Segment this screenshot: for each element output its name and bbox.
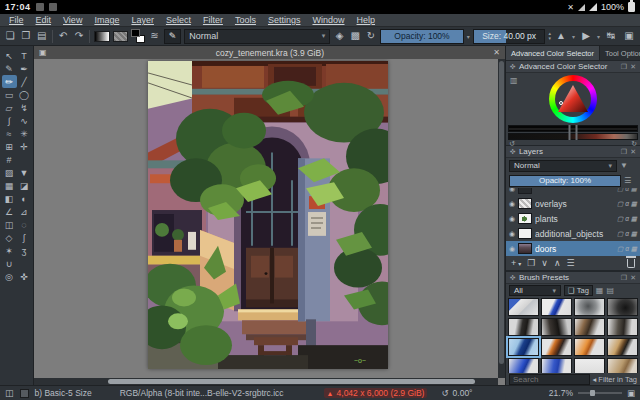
tool-fill[interactable]: ◧ [2, 192, 17, 205]
tool-measure[interactable]: ⊿ [17, 205, 32, 218]
filter-in-tag-toggle[interactable]: ◂ Filter in Tag [593, 375, 637, 384]
chevron-down-icon[interactable]: ▾ [572, 33, 575, 40]
shade-strip[interactable] [508, 125, 638, 132]
tool-dynamic-brush[interactable]: ≈ [2, 127, 17, 140]
preset-blender[interactable] [574, 358, 605, 373]
pin-icon[interactable]: ✜ [510, 63, 516, 71]
float-docker-icon[interactable]: ❐ [621, 148, 627, 156]
layer-properties-button[interactable]: ☰ [567, 258, 575, 268]
canvas-viewport[interactable]: ~o~ [34, 59, 505, 385]
close-docker-icon[interactable]: ✕ [630, 148, 636, 156]
tool-zoom[interactable]: ◎ [2, 270, 17, 283]
show-dockers-button[interactable]: ▣ [622, 28, 636, 44]
layer-options-icon[interactable]: ☰ [624, 176, 631, 185]
foreground-background-colors[interactable] [131, 29, 145, 43]
mirror-horizontal-button[interactable]: ▲ [554, 28, 568, 44]
preset-airbrush-soft[interactable] [574, 298, 605, 316]
tool-elliptical-selection[interactable]: ◌ [17, 218, 32, 231]
tool-pan[interactable]: ✜ [17, 270, 32, 283]
layer-opacity-slider[interactable]: Opacity: 100% [509, 175, 621, 187]
blending-mode-dropdown[interactable]: Normal ▾ [184, 29, 330, 44]
preset-pen-blue-2[interactable] [508, 358, 539, 373]
menu-item[interactable]: View [58, 15, 87, 25]
layer-row-additional-objects[interactable]: ◉ additional_objects ▢α▦ [506, 226, 640, 241]
tool-magnetic-selection[interactable]: ∪ [2, 257, 17, 270]
reload-preset-button[interactable]: ↻ [365, 28, 378, 44]
preset-bristles-wet[interactable] [574, 318, 605, 336]
history-right-icon[interactable]: ↻ [631, 140, 637, 148]
color-selector-settings-icon[interactable]: ▥ [510, 76, 518, 85]
eraser-mode-button[interactable]: ◈ [333, 28, 346, 44]
layer-row-doors[interactable]: ◉ doors ▢α▦ [506, 241, 640, 256]
tool-select-shapes[interactable]: ↖ [2, 49, 17, 62]
shade-selector[interactable] [508, 125, 638, 140]
tool-text[interactable]: T [17, 49, 32, 62]
tool-edit-shapes[interactable]: ✎ [2, 62, 17, 75]
menu-item[interactable]: Settings [263, 15, 306, 25]
tool-polygon[interactable]: ▱ [2, 101, 17, 114]
undo-button[interactable]: ↶ [57, 28, 70, 44]
move-layer-up-button[interactable]: ∧ [554, 258, 561, 268]
tool-calligraphy[interactable]: ✒ [17, 62, 32, 75]
tab-advanced-color-selector[interactable]: Advanced Color Selector [506, 46, 600, 60]
menu-item[interactable]: Layer [126, 15, 159, 25]
visibility-eye-icon[interactable]: ◉ [509, 215, 515, 223]
menu-item[interactable]: Select [161, 15, 196, 25]
menu-item[interactable]: Filter [198, 15, 228, 25]
preset-eraser-soft[interactable] [508, 298, 539, 316]
add-layer-caret[interactable]: ▾ [518, 260, 521, 267]
tool-ellipse[interactable]: ◯ [17, 88, 32, 101]
tool-freehand-selection[interactable]: ʃ [17, 231, 32, 244]
layer-blend-mode-dropdown[interactable]: Normal ▾ [509, 160, 617, 172]
painting-canvas[interactable]: ~o~ [148, 61, 388, 369]
move-layer-down-button[interactable]: ∨ [541, 258, 548, 268]
tab-tool-options[interactable]: Tool Options [600, 46, 640, 60]
zoom-fit-icon[interactable]: ▣ [627, 388, 635, 398]
pin-icon[interactable]: ✜ [510, 148, 516, 156]
brush-search-input[interactable] [509, 374, 590, 385]
preset-pen-blue-3[interactable] [541, 358, 572, 373]
rotation-reset-icon[interactable]: ↺ [441, 388, 448, 398]
menu-item[interactable]: Window [307, 15, 349, 25]
zoom-slider[interactable] [578, 392, 622, 394]
float-docker-icon[interactable]: ❐ [621, 63, 627, 71]
delete-layer-button[interactable] [627, 259, 635, 268]
duplicate-layer-button[interactable]: ❐ [527, 258, 535, 268]
preset-charcoal-rock[interactable] [508, 318, 539, 336]
tool-polyline[interactable]: ↯ [17, 101, 32, 114]
tool-bezier-selection[interactable]: ʒ [17, 244, 32, 257]
tool-polygonal-selection[interactable]: ◇ [2, 231, 17, 244]
selection-mode-icon[interactable]: ◫ [5, 388, 14, 398]
tool-multibrush[interactable]: ✳ [17, 127, 32, 140]
tool-crop[interactable]: # [2, 153, 17, 166]
tool-assistants[interactable]: ∠ [2, 205, 17, 218]
document-tab[interactable]: ▣ cozy_tenement.kra (3.9 GiB) ✕ [34, 46, 505, 59]
layer-filter-icon[interactable]: ▼ [620, 161, 628, 170]
horizontal-scrollbar[interactable] [34, 378, 498, 385]
tool-line[interactable]: ╱ [17, 75, 32, 88]
new-document-button[interactable]: ❏ [4, 28, 17, 44]
preset-sketch-tan[interactable] [607, 358, 638, 373]
menu-item[interactable]: Edit [31, 15, 57, 25]
tool-freehand-path[interactable]: ∿ [17, 114, 32, 127]
size-stepper[interactable]: ▴▾ [548, 31, 551, 41]
opacity-dropdown-caret[interactable]: ▾ [467, 33, 470, 40]
canvas-rotation-value[interactable]: 0.00° [453, 388, 473, 398]
tool-color-sampler[interactable]: ▼ [17, 166, 32, 179]
tool-gradient[interactable]: ▨ [2, 166, 17, 179]
preset-ink-wash[interactable] [607, 298, 638, 316]
visibility-eye-icon[interactable]: ◉ [509, 230, 515, 238]
chevron-down-icon[interactable]: ▾ [597, 33, 600, 40]
menu-item[interactable]: File [4, 15, 29, 25]
list-view-icon[interactable]: ▤ [606, 286, 614, 295]
tool-freehand-brush[interactable]: ✏ [2, 75, 17, 88]
foreground-color-swatch[interactable] [131, 29, 140, 37]
grid-view-icon[interactable]: ▦ [596, 286, 604, 295]
gradient-chooser[interactable] [94, 31, 110, 42]
tool-transform[interactable]: ⊞ [2, 140, 17, 153]
open-document-button[interactable]: ❒ [20, 28, 33, 44]
hue-ring[interactable] [549, 75, 597, 123]
tool-colorize-mask[interactable]: ◐ [17, 192, 32, 205]
layer-row-plants[interactable]: ◉ plants ▢α▦ [506, 211, 640, 226]
tool-rectangle[interactable]: ▭ [2, 88, 17, 101]
